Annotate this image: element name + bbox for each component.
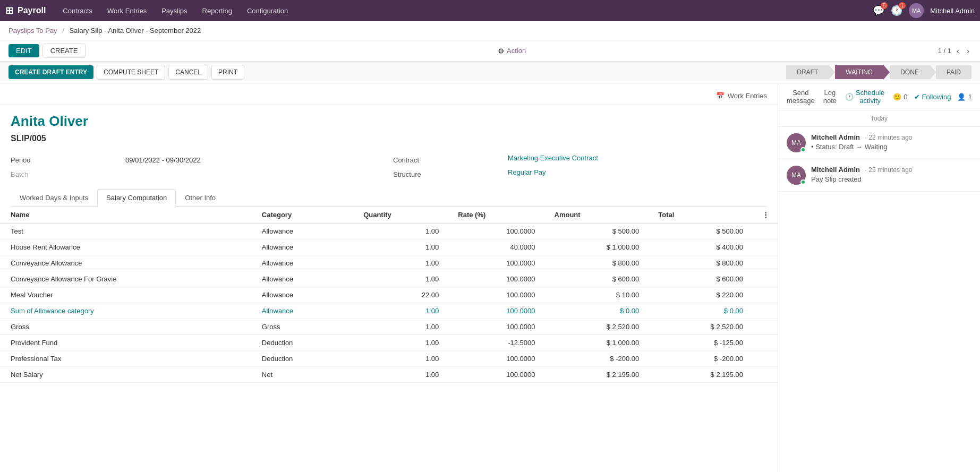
cell-quantity: 1.00 — [353, 239, 447, 255]
tab-other-info[interactable]: Other Info — [176, 189, 225, 206]
pipeline-arrow-3 — [930, 65, 936, 80]
cell-amount: $ 0.00 — [544, 303, 648, 319]
nav-work-entries[interactable]: Work Entries — [101, 5, 153, 17]
cell-total: $ 2,520.00 — [647, 319, 752, 335]
cell-amount: $ 2,520.00 — [544, 319, 648, 335]
work-entries-button[interactable]: 📅 Work Entries — [716, 92, 767, 100]
cell-total: $ -125.00 — [647, 335, 752, 351]
cell-action — [752, 367, 778, 383]
create-draft-entry-button[interactable]: CREATE DRAFT ENTRY — [8, 65, 93, 79]
emoji-count: 🙂 0 — [893, 93, 907, 101]
tab-salary-computation[interactable]: Salary Computation — [97, 189, 176, 207]
navbar-right: 💬 5 🕐 1 MA Mitchell Admin — [873, 3, 975, 18]
pager-prev[interactable]: ‹ — [955, 45, 961, 56]
pipeline-arrow-1 — [829, 65, 835, 80]
cell-total: $ 800.00 — [647, 255, 752, 271]
user-avatar[interactable]: MA — [909, 3, 924, 18]
col-quantity: Quantity — [353, 207, 447, 224]
cell-total: $ 0.00 — [647, 303, 752, 319]
cell-amount: $ 600.00 — [544, 271, 648, 287]
clock-icon[interactable]: 🕐 1 — [891, 5, 902, 16]
pipeline-step-draft[interactable]: DRAFT — [786, 65, 829, 79]
pipeline-step-done[interactable]: DONE — [890, 65, 930, 79]
slip-number: SLIP/005 — [0, 132, 778, 150]
work-entries-label: Work Entries — [728, 92, 767, 100]
cell-total: $ 220.00 — [647, 287, 752, 303]
cell-category: Deduction — [251, 335, 353, 351]
compute-sheet-button[interactable]: COMPUTE SHEET — [97, 65, 165, 80]
table-row[interactable]: Test Allowance 1.00 100.0000 $ 500.00 $ … — [0, 224, 778, 239]
pipeline-step-waiting[interactable]: WAITING — [835, 65, 883, 79]
cell-name: Test — [0, 224, 251, 239]
cell-action — [752, 335, 778, 351]
breadcrumb-separator: / — [62, 27, 64, 35]
batch-label: Batch — [11, 168, 117, 178]
log-note-button[interactable]: Log note — [823, 89, 837, 105]
table-row[interactable]: Meal Voucher Allowance 22.00 100.0000 $ … — [0, 287, 778, 303]
form-panel: 📅 Work Entries Anita Oliver SLIP/005 Per… — [0, 83, 778, 472]
cell-rate: 40.0000 — [447, 239, 543, 255]
breadcrumb-parent[interactable]: Payslips To Pay — [8, 27, 57, 35]
pager-next[interactable]: › — [965, 45, 972, 56]
cell-rate: 100.0000 — [447, 271, 543, 287]
cell-rate: 100.0000 — [447, 303, 543, 319]
cancel-button[interactable]: CANCEL — [168, 65, 208, 80]
table-row[interactable]: Professional Tax Deduction 1.00 100.0000… — [0, 351, 778, 367]
status-bar: CREATE DRAFT ENTRY COMPUTE SHEET CANCEL … — [0, 62, 980, 83]
schedule-activity-button[interactable]: 🕐 Schedule activity — [845, 89, 884, 105]
cell-amount: $ 10.00 — [544, 287, 648, 303]
table-row[interactable]: Conveyance Allowance Allowance 1.00 100.… — [0, 255, 778, 271]
navbar: ⊞ Payroll Contracts Work Entries Payslip… — [0, 0, 980, 21]
structure-value[interactable]: Regular Pay — [508, 168, 767, 178]
send-message-button[interactable]: Send message — [787, 89, 815, 105]
nav-configuration[interactable]: Configuration — [241, 5, 294, 17]
structure-label: Structure — [393, 168, 499, 178]
action-link[interactable]: Action — [507, 47, 526, 55]
contract-value[interactable]: Marketing Executive Contract — [508, 154, 767, 164]
navbar-brand[interactable]: ⊞ Payroll — [5, 5, 46, 16]
table-row[interactable]: Conveyance Allowance For Gravie Allowanc… — [0, 271, 778, 287]
col-rate: Rate (%) — [447, 207, 543, 224]
cell-amount: $ 800.00 — [544, 255, 648, 271]
table-row[interactable]: Net Salary Net 1.00 100.0000 $ 2,195.00 … — [0, 367, 778, 383]
nav-reporting[interactable]: Reporting — [196, 5, 238, 17]
cell-action — [752, 351, 778, 367]
nav-payslips[interactable]: Payslips — [155, 5, 193, 17]
cell-rate: 100.0000 — [447, 319, 543, 335]
pipeline-step-paid[interactable]: PAID — [936, 65, 972, 79]
table-row[interactable]: House Rent Allowance Allowance 1.00 40.0… — [0, 239, 778, 255]
employee-name: Anita Oliver — [0, 105, 778, 132]
chatter-avatar-2: MA — [787, 166, 806, 185]
cell-amount: $ 2,195.00 — [544, 367, 648, 383]
edit-button[interactable]: EDIT — [8, 44, 39, 57]
cell-action — [752, 239, 778, 255]
cell-rate: 100.0000 — [447, 287, 543, 303]
nav-contracts[interactable]: Contracts — [56, 5, 99, 17]
create-button[interactable]: CREATE — [42, 44, 86, 58]
cell-quantity: 1.00 — [353, 303, 447, 319]
chat-badge: 5 — [881, 2, 888, 9]
cell-rate: -12.5000 — [447, 335, 543, 351]
chatter-right-actions: 🙂 0 ✔ Following 👤 1 — [893, 93, 972, 101]
table-row[interactable]: Sum of Allowance category Allowance 1.00… — [0, 303, 778, 319]
cell-amount: $ -200.00 — [544, 351, 648, 367]
col-category: Category — [251, 207, 353, 224]
breadcrumb-current: Salary Slip - Anita Oliver - September 2… — [69, 27, 201, 35]
tab-worked-days[interactable]: Worked Days & Inputs — [11, 189, 97, 206]
cell-action — [752, 287, 778, 303]
cell-category: Allowance — [251, 239, 353, 255]
following-button[interactable]: ✔ Following — [914, 93, 951, 101]
table-row[interactable]: Gross Gross 1.00 100.0000 $ 2,520.00 $ 2… — [0, 319, 778, 335]
chatter-avatar-1: MA — [787, 133, 806, 152]
salary-table: Name Category Quantity Rate (%) Amount T… — [0, 207, 778, 383]
table-row[interactable]: Provident Fund Deduction 1.00 -12.5000 $… — [0, 335, 778, 351]
chatter-author-2: Mitchell Admin — [811, 166, 860, 174]
batch-value — [125, 168, 385, 178]
chat-icon[interactable]: 💬 5 — [873, 5, 884, 16]
online-indicator-1 — [800, 147, 806, 152]
updates-badge: 1 — [899, 2, 906, 9]
print-button[interactable]: PRINT — [211, 65, 244, 80]
cell-quantity: 1.00 — [353, 335, 447, 351]
user-name[interactable]: Mitchell Admin — [930, 7, 975, 15]
cell-quantity: 1.00 — [353, 271, 447, 287]
